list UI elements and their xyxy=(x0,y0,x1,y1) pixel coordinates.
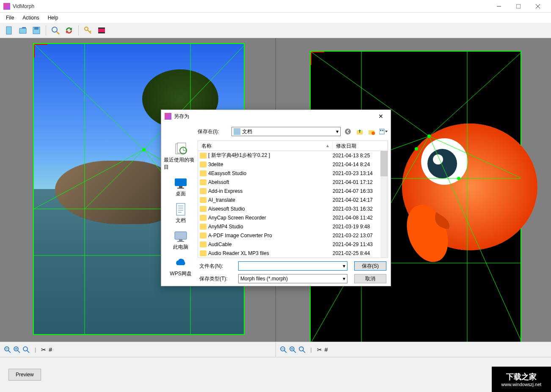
zoom-out-icon[interactable] xyxy=(280,346,287,353)
zoom-in-icon[interactable] xyxy=(289,346,296,353)
svg-rect-8 xyxy=(34,27,39,30)
file-row[interactable]: Aiseesoft Studio2021-03-31 16:32 xyxy=(198,204,388,213)
svg-rect-1 xyxy=(516,4,521,8)
zoom-out-icon[interactable] xyxy=(4,346,11,353)
recent-icon xyxy=(174,142,187,156)
menubar: File Actions Help xyxy=(0,13,551,23)
file-row[interactable]: Add-in Express2021-04-07 16:33 xyxy=(198,186,388,195)
tool-open[interactable] xyxy=(17,25,29,36)
scrollbar-thumb[interactable] xyxy=(380,151,388,176)
zoom-fit-icon[interactable] xyxy=(299,346,306,353)
location-value: 文档 xyxy=(242,128,336,135)
svg-rect-71 xyxy=(179,186,182,188)
file-row[interactable]: [ 新华字典4秒1步检字0.22 ]2021-04-13 8:25 xyxy=(198,151,388,160)
place-documents[interactable]: 文档 xyxy=(174,203,187,224)
zoom-in-icon[interactable] xyxy=(14,346,20,353)
dialog-close-button[interactable]: ✕ xyxy=(375,110,387,123)
list-rows[interactable]: [ 新华字典4秒1步检字0.22 ]2021-04-13 8:253delite… xyxy=(198,151,388,258)
refresh-icon xyxy=(64,26,74,35)
svg-line-21 xyxy=(34,44,144,150)
save-button[interactable]: 保存(S) xyxy=(354,261,386,271)
folder-icon xyxy=(200,250,207,256)
col-date[interactable]: 修改日期 xyxy=(333,141,388,151)
svg-rect-86 xyxy=(380,130,381,131)
menu-file[interactable]: File xyxy=(2,14,18,22)
zoom-fit-icon[interactable] xyxy=(23,346,30,353)
menu-help[interactable]: Help xyxy=(44,14,63,22)
file-date: 2021-04-13 8:25 xyxy=(333,153,388,159)
tool-new[interactable] xyxy=(3,25,15,36)
up-button[interactable] xyxy=(355,127,364,136)
filename-input[interactable]: ▾ xyxy=(238,261,347,271)
place-thispc[interactable]: 此电脑 xyxy=(173,229,188,251)
folder-icon xyxy=(234,128,240,135)
file-name: [ 新华字典4秒1步检字0.22 ] xyxy=(208,152,333,159)
file-row[interactable]: Abelssoft2021-04-01 17:12 xyxy=(198,178,388,186)
place-desktop[interactable]: 桌面 xyxy=(174,176,187,197)
titlebar: VidMorph xyxy=(0,0,551,13)
file-row[interactable]: A-PDF Image Converter Pro2021-03-22 13:0… xyxy=(198,231,388,240)
scissors-icon[interactable]: ✂ xyxy=(41,346,46,353)
svg-line-35 xyxy=(429,52,521,136)
svg-rect-87 xyxy=(382,130,383,131)
cloud-icon xyxy=(174,256,187,269)
folder-icon xyxy=(200,188,207,194)
maximize-button[interactable] xyxy=(509,0,528,13)
chevron-down-icon: ▾ xyxy=(343,276,345,282)
close-button[interactable] xyxy=(528,0,548,13)
file-date: 2021-03-22 13:07 xyxy=(333,233,388,238)
tool-refresh[interactable] xyxy=(63,25,75,36)
file-row[interactable]: AI_translate2021-04-02 14:17 xyxy=(198,195,388,204)
folder-icon xyxy=(200,179,207,185)
save-icon xyxy=(32,26,41,35)
place-recent[interactable]: 最近使用的项目 xyxy=(164,142,198,171)
svg-point-27 xyxy=(142,148,146,151)
location-dropdown[interactable]: 文档 ▾ xyxy=(231,127,341,136)
file-row[interactable]: Audio Reader XL MP3 files2021-02-25 8:44 xyxy=(198,249,388,258)
new-folder-button[interactable] xyxy=(367,127,376,136)
place-label: 此电脑 xyxy=(173,244,188,251)
file-row[interactable]: 4Easysoft Studio2021-03-23 13:14 xyxy=(198,169,388,178)
tool-save[interactable] xyxy=(30,25,42,36)
col-name[interactable]: 名称 ▴ xyxy=(198,141,333,151)
cancel-button[interactable]: 取消 xyxy=(354,274,386,283)
folder-icon xyxy=(200,162,207,167)
back-button[interactable] xyxy=(343,127,353,136)
watermark-line2: www.windowszj.net xyxy=(501,382,542,387)
file-row[interactable]: AudiCable2021-04-29 11:43 xyxy=(198,240,388,249)
place-wps[interactable]: WPS网盘 xyxy=(170,256,191,277)
svg-point-45 xyxy=(415,147,418,151)
scissors-icon[interactable]: ✂ xyxy=(317,346,322,353)
folder-icon xyxy=(200,170,207,176)
grid-icon[interactable]: # xyxy=(49,346,52,353)
file-row[interactable]: 3delite2021-04-14 8:24 xyxy=(198,160,388,169)
svg-rect-73 xyxy=(176,203,185,215)
scrollbar-track[interactable] xyxy=(380,151,388,258)
tool-key[interactable] xyxy=(82,25,94,36)
grid-icon[interactable]: # xyxy=(325,346,328,353)
tool-inspect[interactable] xyxy=(50,25,61,36)
place-label: 文档 xyxy=(176,217,186,224)
svg-rect-4 xyxy=(6,27,11,34)
new-folder-icon xyxy=(368,128,375,135)
svg-rect-72 xyxy=(177,188,184,189)
file-row[interactable]: AnyCap Screen Recorder2021-04-08 11:42 xyxy=(198,213,388,222)
file-date: 2021-03-23 13:14 xyxy=(333,170,388,176)
app-icon xyxy=(3,3,10,10)
save-as-dialog: 另存为 ✕ 最近使用的项目 桌面 文档 此电脑 WPS网盘 xyxy=(161,110,391,286)
menu-actions[interactable]: Actions xyxy=(18,14,43,22)
filetype-dropdown[interactable]: Morph files (*.morph)▾ xyxy=(238,274,347,283)
file-row[interactable]: AnyMP4 Studio2021-03-19 9:48 xyxy=(198,222,388,231)
file-date: 2021-03-31 16:32 xyxy=(333,206,388,212)
minimize-button[interactable] xyxy=(489,0,509,13)
filetype-label: 保存类型(T): xyxy=(199,275,235,282)
svg-rect-5 xyxy=(19,28,26,33)
view-menu-button[interactable] xyxy=(379,127,388,136)
preview-button[interactable]: Preview xyxy=(8,369,41,381)
document-icon xyxy=(5,26,14,35)
chevron-down-icon: ▾ xyxy=(336,129,339,134)
svg-line-60 xyxy=(294,351,296,353)
svg-rect-70 xyxy=(175,178,187,186)
tool-movie[interactable] xyxy=(96,25,107,36)
back-icon xyxy=(344,128,351,135)
